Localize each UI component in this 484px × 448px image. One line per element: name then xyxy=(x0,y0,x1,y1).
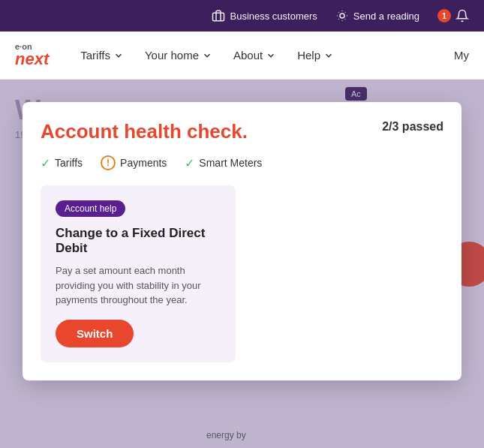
page-background: Wo 192 G Ac t paym payme ment is s after… xyxy=(0,80,484,448)
nav-help-label: Help xyxy=(297,49,320,62)
modal-score: 2/3 passed xyxy=(382,120,443,134)
card-title: Change to a Fixed Direct Debit xyxy=(56,226,221,256)
check-smart-meters: ✓ Smart Meters xyxy=(185,155,262,170)
send-reading-label: Send a reading xyxy=(353,11,419,22)
logo-next-text: next xyxy=(15,51,49,68)
nav-about-label: About xyxy=(233,49,263,62)
nav-item-your-home[interactable]: Your home xyxy=(136,43,221,68)
top-bar: Business customers Send a reading 1 xyxy=(0,0,484,32)
card-tag: Account help xyxy=(56,200,125,217)
nav-item-tariffs[interactable]: Tariffs xyxy=(71,43,133,68)
notification-bell[interactable]: 1 xyxy=(437,9,469,23)
nav-item-about[interactable]: About xyxy=(224,43,285,68)
send-reading-link[interactable]: Send a reading xyxy=(335,9,419,23)
nav-bar: e·on next Tariffs Your home About Help M… xyxy=(0,32,484,80)
account-health-modal: Account health check. 2/3 passed ✓ Tarif… xyxy=(23,102,461,380)
check-tariffs-icon: ✓ xyxy=(41,156,50,170)
check-items-row: ✓ Tariffs ! Payments ✓ Smart Meters xyxy=(41,155,443,170)
chevron-down-icon xyxy=(266,50,276,61)
notification-count: 1 xyxy=(437,9,451,23)
nav-items: Tariffs Your home About Help xyxy=(71,43,454,68)
check-payments-label: Payments xyxy=(120,157,167,169)
modal-title: Account health check. xyxy=(41,120,248,143)
nav-item-help[interactable]: Help xyxy=(288,43,343,68)
chevron-down-icon xyxy=(113,50,124,61)
business-customers-link[interactable]: Business customers xyxy=(212,9,317,23)
chevron-down-icon xyxy=(202,50,212,61)
suggestion-card: Account help Change to a Fixed Direct De… xyxy=(41,185,236,362)
check-tariffs-label: Tariffs xyxy=(55,157,83,169)
modal-header: Account health check. 2/3 passed xyxy=(41,120,443,143)
card-description: Pay a set amount each month providing yo… xyxy=(56,263,221,308)
check-smart-meters-icon: ✓ xyxy=(185,156,194,170)
nav-your-home-label: Your home xyxy=(145,49,199,62)
check-payments: ! Payments xyxy=(101,155,167,170)
check-payments-icon: ! xyxy=(101,155,116,170)
business-customers-label: Business customers xyxy=(230,11,317,22)
svg-rect-0 xyxy=(213,13,224,21)
svg-point-1 xyxy=(340,14,344,18)
nav-item-my[interactable]: My xyxy=(454,49,469,62)
bell-icon xyxy=(455,9,469,23)
eon-next-logo[interactable]: e·on next xyxy=(15,43,49,68)
chevron-down-icon xyxy=(323,50,334,61)
meter-icon xyxy=(335,9,349,23)
nav-tariffs-label: Tariffs xyxy=(80,49,110,62)
briefcase-icon xyxy=(212,9,225,23)
check-tariffs: ✓ Tariffs xyxy=(41,155,83,170)
switch-button[interactable]: Switch xyxy=(56,320,134,347)
check-smart-meters-label: Smart Meters xyxy=(199,157,262,169)
